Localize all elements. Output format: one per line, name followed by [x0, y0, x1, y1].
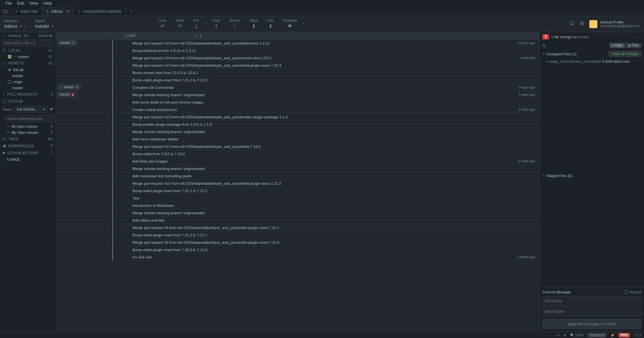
branch-badge[interactable]: ✓ master	[57, 84, 81, 90]
commit-row[interactable]: ✓ master Complete Git Commands4 days ago	[55, 84, 539, 91]
commit-row[interactable]: Add markdown text formatting guide	[55, 172, 539, 180]
sidebar-item-codeql[interactable]: CodeQL	[0, 156, 55, 162]
branch-badge[interactable]: master ◆	[57, 92, 76, 97]
list-icon[interactable]: ≡	[557, 333, 559, 337]
profile-menu[interactable]: Default Profile samrobbinsgb@gmail.com	[589, 20, 640, 28]
close-icon[interactable]: ✕	[66, 9, 69, 14]
commit-row[interactable]: Bump eslint-plugin-react from 7.20.6 to …	[55, 246, 539, 253]
pull-button[interactable]: Pull⤓	[190, 17, 203, 31]
branch-selector[interactable]: branch master ▼	[35, 19, 54, 29]
trash-button[interactable]	[542, 34, 549, 40]
commit-time: 3 hours ago	[518, 41, 539, 45]
menu-file[interactable]: File	[3, 0, 14, 6]
commit-row[interactable]: Merge pull request #12 from init-OSS/dep…	[55, 113, 539, 121]
branch-badge[interactable]: master	[57, 40, 77, 45]
tree-toggle[interactable]: ⊞ Tree	[626, 43, 641, 48]
sort-icon[interactable]: ⇅	[542, 43, 546, 48]
chevron-down-icon[interactable]: ▼	[205, 22, 207, 25]
commit-row[interactable]: master ◆Merge remote-tracking branch 'or…	[55, 91, 539, 99]
commit-row[interactable]: Bump eslint from 7.9.0 to 7.10.0	[55, 150, 539, 158]
sidebar-item-origin[interactable]: origin	[0, 79, 55, 85]
tab-initoss[interactable]: initoss ✕	[42, 7, 74, 16]
sidebar-item-gitlab[interactable]: ◆ GitLab	[0, 66, 55, 73]
tags-section[interactable]: 🏷 TAGS 0/0	[0, 135, 55, 142]
filter-input[interactable]	[2, 40, 53, 46]
zoom-level[interactable]: 🔍 100%	[570, 333, 584, 337]
commit-row[interactable]: Bump remark-html from 12.0.0 to 13.0.1	[55, 69, 539, 76]
pop-button[interactable]: Pop⬆	[263, 17, 277, 31]
search-icon[interactable]	[569, 21, 575, 27]
commit-row[interactable]: Merge pull request #9 from init-OSS/depe…	[55, 224, 539, 231]
commit-row[interactable]: Add some detail on Git and remove images	[55, 99, 539, 106]
chevron-down-icon[interactable]: ▼	[303, 22, 305, 25]
commit-row[interactable]: Merge remote-tracking branch 'origin/mas…	[55, 209, 539, 217]
globe-icon[interactable]: ⊕	[564, 333, 566, 337]
remote-section[interactable]: REMOTE 2/2	[0, 60, 55, 66]
search-issues[interactable]	[3, 115, 53, 122]
tab-notes-site[interactable]: notes-site	[11, 7, 42, 16]
sidebar-item-gitlab-master[interactable]: master	[0, 73, 55, 79]
unstaged-header[interactable]: ▼ Unstaged Files (1) Stage all changes	[540, 49, 644, 58]
all-open-issues[interactable]: ▼ All Open Issues 0	[0, 123, 55, 129]
timelines-button[interactable]: Timelines⚑	[279, 17, 301, 31]
repository-selector[interactable]: repository initoss ▼ ›	[4, 19, 25, 29]
local-section[interactable]: LOCAL 1/1	[0, 47, 55, 54]
description-input[interactable]	[542, 307, 641, 316]
submodules-section[interactable]: ▣ SUBMODULES 0	[0, 142, 55, 149]
add-tab-button[interactable]: +	[126, 7, 137, 16]
stage-all-button[interactable]: Stage all changes	[608, 51, 641, 57]
show-all-button[interactable]: Show All	[39, 34, 53, 38]
sidebar-item-origin-master[interactable]: master	[0, 85, 55, 91]
folder-icon[interactable]	[0, 7, 11, 16]
commit-row[interactable]: Merge pull request #14 from init-OSS/dep…	[55, 54, 539, 62]
bolt-icon: ⚡	[610, 333, 614, 337]
commit-row[interactable]: Add tables and lists	[55, 217, 539, 224]
wip-row[interactable]: // WIP + 1	[55, 32, 539, 40]
filter-icon[interactable]: ⧩	[50, 107, 53, 112]
summary-input[interactable]	[542, 296, 641, 305]
commit-row[interactable]: Bump eslint-plugin-react from 7.21.0 to …	[55, 231, 539, 239]
commit-row[interactable]: Merge remote-tracking branch 'origin/mas…	[55, 165, 539, 172]
commit-row[interactable]: Add links and imagesa week ago	[55, 158, 539, 165]
arrow-right-icon[interactable]: →	[637, 35, 641, 39]
commit-row[interactable]: Create codeql-analysis.yml6 days ago	[55, 106, 539, 113]
push-button[interactable]: Push⤒	[208, 17, 224, 31]
my-open-issues[interactable]: ▼ My Open Issues 0	[0, 129, 55, 135]
commit-row[interactable]: Merge remote-tracking branch 'origin/mas…	[55, 128, 539, 135]
file-item[interactable]: + page_content/learn_contribute/3-GitKra…	[540, 58, 644, 64]
commit-row[interactable]: Bump eslint-plugin-react from 7.21.2 to …	[55, 76, 539, 84]
feedback-button[interactable]: Feedback	[588, 333, 606, 337]
redo-button[interactable]: Redo↷	[172, 17, 188, 31]
menu-view[interactable]: View	[27, 0, 41, 6]
tab-next-portfolio[interactable]: next-portfolio-website	[74, 7, 126, 16]
commit-row[interactable]: Merge pull request #10 from init-OSS/dep…	[55, 180, 539, 187]
hamburger-icon[interactable]	[579, 21, 585, 27]
actions-section[interactable]: ▶ GITHUB ACTIONS 1	[0, 149, 55, 156]
menu-edit[interactable]: Edit	[14, 0, 27, 6]
undo-button[interactable]: Undo↶	[155, 17, 171, 31]
commit-row[interactable]: Bump tailwindcss from 1.8.10 to 1.8.11	[55, 47, 539, 54]
commit-row[interactable]: Add more markdown details	[55, 135, 539, 143]
commit-button[interactable]: Stage files/changes to commit	[542, 319, 641, 329]
avatar	[589, 20, 597, 28]
commit-row[interactable]: Bump prettier-plugin-package from 1.0.0 …	[55, 121, 539, 128]
commit-row[interactable]: Introduction to Markdown	[55, 202, 539, 209]
pull-requests-section[interactable]: ⑃ PULL REQUESTS 0	[0, 91, 55, 98]
sidebar-item-master-local[interactable]: ⑂ master 6↓	[0, 54, 55, 60]
commit-row[interactable]: master Merge pull request #15 from init-…	[55, 40, 539, 47]
commit-row[interactable]: Merge pull request #13 from init-OSS/dep…	[55, 62, 539, 69]
github-section[interactable]: ◯ GITHUB	[0, 98, 55, 105]
commit-row[interactable]: Test	[55, 194, 539, 202]
stash-button[interactable]: Stash⬇	[246, 17, 262, 31]
branch-button[interactable]: Branch⑂	[225, 17, 244, 31]
commit-row[interactable]: Merge pull request #11 from init-OSS/dep…	[55, 143, 539, 150]
menu-help[interactable]: Help	[41, 0, 55, 6]
back-icon[interactable]: ←	[3, 34, 6, 38]
amend-checkbox[interactable]: Amend	[625, 290, 641, 294]
commit-row[interactable]: Bump eslint-plugin-react from 7.21.1 to …	[55, 187, 539, 194]
path-toggle[interactable]: ≡ Path	[609, 43, 625, 48]
commit-row[interactable]: Fix GH Link2 weeks ago	[55, 253, 539, 261]
staged-header[interactable]: ▼ Staged Files (0)	[540, 172, 644, 179]
commit-row[interactable]: Merge pull request #8 from init-OSS/depe…	[55, 239, 539, 246]
repo-select[interactable]: Repo: Init-OSS/in... ▼ ⧩	[3, 106, 53, 113]
